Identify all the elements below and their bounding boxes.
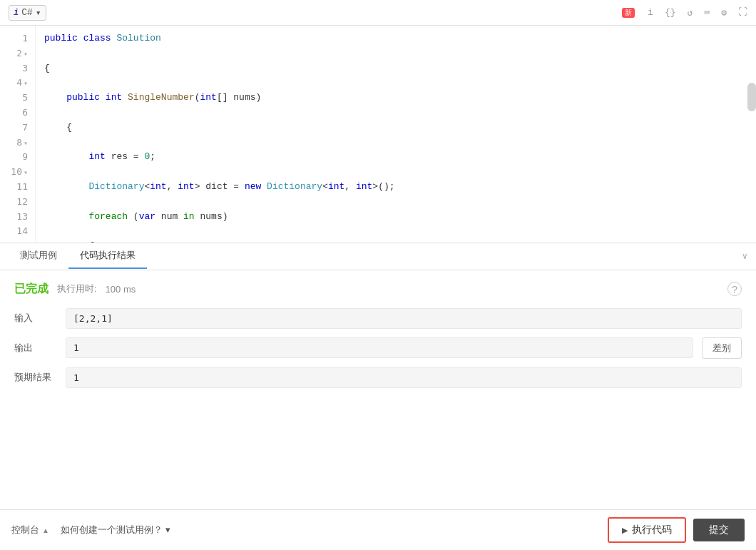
line-num-6: 6 <box>0 106 35 121</box>
line-num-5: 5 <box>0 91 35 106</box>
output-value: 1 <box>66 337 693 358</box>
toolbar-left: i C# ▾ <box>9 5 46 21</box>
code-line-4: { <box>44 121 750 136</box>
tab-test-cases[interactable]: 测试用例 <box>9 243 68 269</box>
new-badge: 新 <box>622 8 635 18</box>
code-editor[interactable]: public class Solution { public int Singl… <box>36 26 756 243</box>
output-label: 输出 <box>14 342 57 355</box>
line-numbers: 1 2 3 4 5 6 7 8 9 10 11 12 13 14 15 16 1… <box>0 26 36 243</box>
action-bar-right: ▶ 执行代码 提交 <box>608 517 745 543</box>
execution-time-value: 100 ms <box>106 284 136 295</box>
line-num-4: 4 <box>0 76 35 91</box>
action-bar: 控制台 ▲ 如何创建一个测试用例？ ▾ ▶ 执行代码 提交 <box>0 509 756 550</box>
status-row: 已完成 执行用时: 100 ms ? <box>14 282 742 297</box>
input-label: 输入 <box>14 312 57 325</box>
language-selector[interactable]: i C# ▾ <box>9 5 46 21</box>
tab-execution-result[interactable]: 代码执行结果 <box>68 243 147 269</box>
submit-button[interactable]: 提交 <box>693 519 745 541</box>
editor-area: 1 2 3 4 5 6 7 8 9 10 11 12 13 14 15 16 1… <box>0 26 756 243</box>
tabs-bar: 测试用例 代码执行结果 ∨ <box>0 243 756 270</box>
expected-value: 1 <box>66 367 742 388</box>
toolbar-right: 新 i {} ↺ ⌨ ⚙ ⛶ <box>622 7 747 19</box>
action-bar-left: 控制台 ▲ 如何创建一个测试用例？ ▾ <box>11 524 170 536</box>
scrollbar[interactable] <box>747 83 756 111</box>
line-num-1: 1 <box>0 31 35 46</box>
toolbar: i C# ▾ 新 i {} ↺ ⌨ ⚙ ⛶ <box>0 0 756 26</box>
input-row: 输入 [2,2,1] <box>14 308 742 329</box>
input-value: [2,2,1] <box>66 308 742 329</box>
code-line-8: { <box>44 239 750 242</box>
fullscreen-icon[interactable]: ⛶ <box>738 7 747 18</box>
run-code-button[interactable]: ▶ 执行代码 <box>608 517 686 543</box>
console-button[interactable]: 控制台 ▲ <box>11 524 49 536</box>
language-label: C# <box>21 7 33 18</box>
line-num-11: 11 <box>0 180 35 195</box>
line-num-9: 9 <box>0 150 35 165</box>
execution-time-label: 执行用时: <box>57 282 97 295</box>
line-num-7: 7 <box>0 121 35 136</box>
line-num-12: 12 <box>0 195 35 210</box>
code-line-3: public int SingleNumber(int[] nums) <box>44 91 750 106</box>
code-line-7: foreach (var num in nums) <box>44 210 750 225</box>
new-badge-container[interactable]: 新 <box>622 8 636 18</box>
code-line-2: { <box>44 61 750 76</box>
console-label: 控制台 <box>11 524 39 536</box>
line-num-13: 13 <box>0 210 35 225</box>
language-dropdown-icon: ▾ <box>36 7 41 19</box>
info-icon[interactable]: i <box>648 7 653 18</box>
how-to-create-link[interactable]: 如何创建一个测试用例？ ▾ <box>61 524 170 536</box>
braces-icon[interactable]: {} <box>665 7 676 18</box>
line-num-15: 15 <box>0 239 35 243</box>
settings-icon[interactable]: ⚙ <box>721 7 727 19</box>
line-num-2: 2 <box>0 46 35 61</box>
expected-row: 预期结果 1 <box>14 367 742 388</box>
terminal-icon[interactable]: ⌨ <box>704 7 710 19</box>
play-icon: ▶ <box>622 526 628 535</box>
help-icon[interactable]: ? <box>727 282 742 296</box>
language-icon: i <box>14 8 19 18</box>
status-completed: 已完成 <box>14 282 48 297</box>
line-num-14: 14 <box>0 224 35 239</box>
tabs-list: 测试用例 代码执行结果 <box>9 243 147 269</box>
tab-collapse-icon[interactable]: ∨ <box>742 251 747 262</box>
console-arrow: ▲ <box>42 526 49 534</box>
results-area: 已完成 执行用时: 100 ms ? 输入 [2,2,1] 输出 1 差别 预期… <box>0 270 756 510</box>
undo-icon[interactable]: ↺ <box>688 7 693 19</box>
run-button-label: 执行代码 <box>632 524 672 536</box>
expected-label: 预期结果 <box>14 371 57 384</box>
code-line-5: int res = 0; <box>44 150 750 165</box>
code-line-6: Dictionary<int, int> dict = new Dictiona… <box>44 180 750 195</box>
how-to-arrow: ▾ <box>165 524 170 535</box>
line-num-10: 10 <box>0 165 35 180</box>
diff-button[interactable]: 差别 <box>702 337 742 359</box>
how-to-label: 如何创建一个测试用例？ <box>61 524 163 535</box>
line-num-3: 3 <box>0 61 35 76</box>
output-row: 输出 1 差别 <box>14 337 742 359</box>
code-line-1: public class Solution <box>44 31 750 46</box>
line-num-8: 8 <box>0 136 35 151</box>
